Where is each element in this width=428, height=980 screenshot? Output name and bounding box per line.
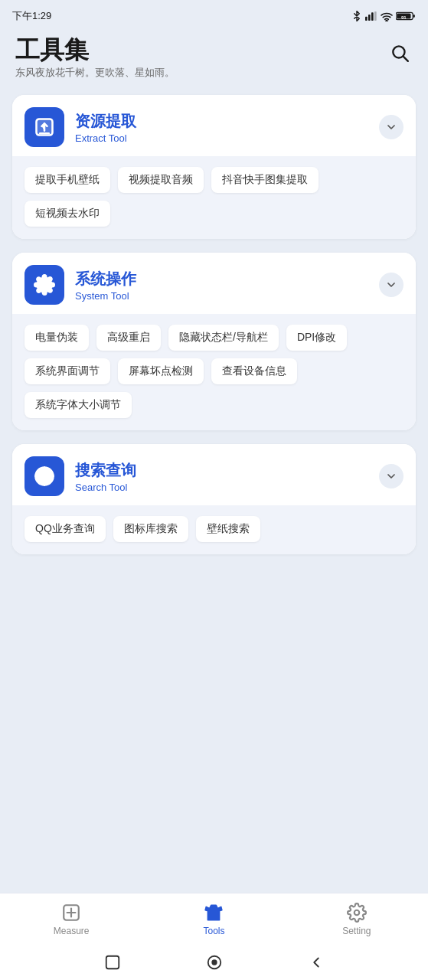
wifi-icon: [381, 11, 393, 21]
globe-icon: [34, 466, 55, 487]
system-title-wrap: 系统操作 System Tool: [75, 269, 379, 302]
chevron-down-icon-2: [385, 279, 397, 291]
bluetooth-icon: [351, 11, 362, 21]
tag-dpi-modify[interactable]: DPI修改: [286, 325, 347, 351]
back-nav-icon: [308, 954, 325, 971]
tag-battery-fake[interactable]: 电量伪装: [25, 325, 89, 351]
card-extract-tool: 资源提取 Extract Tool 提取手机壁纸 视频提取音频 抖音快手图集提取…: [12, 95, 416, 239]
tag-device-info[interactable]: 查看设备信息: [211, 358, 297, 384]
battery-icon: 91: [396, 11, 416, 21]
svg-rect-6: [413, 15, 415, 18]
tag-dead-pixel[interactable]: 屏幕坏点检测: [118, 358, 204, 384]
tag-hide-statusbar[interactable]: 隐藏状态栏/导航栏: [168, 325, 279, 351]
scroll-content: 资源提取 Extract Tool 提取手机壁纸 视频提取音频 抖音快手图集提取…: [0, 89, 428, 893]
square-nav-icon: [104, 954, 121, 971]
card-system-tool: 系统操作 System Tool 电量伪装 高级重启 隐藏状态栏/导航栏 DPI…: [12, 253, 416, 430]
nav-tools-label: Tools: [203, 926, 224, 936]
search-tool-icon-bg: [25, 456, 64, 496]
chevron-down-icon: [385, 121, 397, 133]
page-title: 工具集: [15, 35, 175, 64]
system-chevron[interactable]: [379, 273, 403, 297]
search-button[interactable]: [387, 40, 413, 68]
nav-measure-label: Measure: [54, 926, 90, 936]
system-icon: [34, 274, 55, 296]
search-tool-chevron[interactable]: [379, 464, 403, 488]
svg-point-4: [386, 21, 387, 21]
tag-douyin-extract[interactable]: 抖音快手图集提取: [211, 167, 319, 193]
chevron-down-icon-3: [385, 470, 397, 482]
tag-ui-adjust[interactable]: 系统界面调节: [25, 358, 110, 384]
system-title-cn: 系统操作: [75, 269, 379, 289]
tag-advanced-restart[interactable]: 高级重启: [96, 325, 161, 351]
page-subtitle: 东风夜放花千树。更吹落、星如雨。: [15, 66, 175, 80]
card-system-header: 系统操作 System Tool: [12, 253, 416, 314]
nav-setting[interactable]: Setting: [286, 893, 428, 945]
system-title-en: System Tool: [75, 290, 379, 302]
svg-rect-3: [374, 11, 377, 21]
svg-rect-1: [368, 15, 371, 21]
header: 工具集 东风夜放花千树。更吹落、星如雨。: [0, 29, 428, 89]
search-tool-title-wrap: 搜索查询 Search Tool: [75, 460, 379, 493]
home-nav-icon: [206, 954, 223, 971]
status-bar: 下午1:29 91: [0, 0, 428, 29]
tag-icon-search[interactable]: 图标库搜索: [113, 516, 188, 542]
nav-square-button[interactable]: [104, 954, 121, 971]
card-search-tool: 搜索查询 Search Tool QQ业务查询 图标库搜索 壁纸搜索: [12, 444, 416, 554]
nav-tools[interactable]: Tools: [142, 893, 285, 945]
extract-tags: 提取手机壁纸 视频提取音频 抖音快手图集提取 短视频去水印: [12, 156, 416, 239]
signal-icon: [365, 11, 377, 21]
tools-nav-icon: [204, 903, 224, 923]
bottom-nav: Measure Tools Setting: [0, 893, 428, 945]
setting-nav-icon: [347, 903, 367, 923]
card-extract-header: 资源提取 Extract Tool: [12, 95, 416, 156]
svg-line-10: [403, 57, 408, 61]
header-text-block: 工具集 东风夜放花千树。更吹落、星如雨。: [15, 35, 175, 80]
extract-title-en: Extract Tool: [75, 132, 379, 144]
search-tool-title-en: Search Tool: [75, 482, 379, 493]
status-time: 下午1:29: [12, 9, 51, 23]
nav-measure[interactable]: Measure: [0, 893, 142, 945]
svg-point-22: [212, 960, 217, 965]
tag-font-size[interactable]: 系统字体大小调节: [25, 392, 132, 418]
svg-point-19: [354, 910, 360, 915]
extract-icon-bg: [25, 107, 64, 147]
svg-rect-2: [371, 12, 374, 21]
status-icons: 91: [351, 11, 416, 21]
svg-rect-20: [106, 956, 119, 969]
search-icon: [390, 43, 410, 63]
tag-extract-wallpaper[interactable]: 提取手机壁纸: [25, 167, 110, 193]
svg-text:91: 91: [401, 15, 407, 20]
svg-rect-0: [365, 17, 368, 21]
tag-extract-audio[interactable]: 视频提取音频: [118, 167, 204, 193]
extract-title-wrap: 资源提取 Extract Tool: [75, 111, 379, 144]
nav-setting-label: Setting: [342, 926, 371, 936]
system-tags: 电量伪装 高级重启 隐藏状态栏/导航栏 DPI修改 系统界面调节 屏幕坏点检测 …: [12, 314, 416, 430]
tag-wallpaper-search[interactable]: 壁纸搜索: [196, 516, 260, 542]
search-tool-title-cn: 搜索查询: [75, 460, 379, 481]
nav-back-button[interactable]: [308, 954, 325, 971]
system-nav-bar: [0, 945, 428, 980]
extract-chevron[interactable]: [379, 115, 403, 139]
extract-icon: [34, 116, 55, 138]
tag-remove-watermark[interactable]: 短视频去水印: [25, 201, 110, 227]
measure-nav-icon: [61, 903, 81, 923]
system-icon-bg: [25, 265, 64, 305]
tag-qq-query[interactable]: QQ业务查询: [25, 516, 106, 542]
search-tags: QQ业务查询 图标库搜索 壁纸搜索: [12, 505, 416, 554]
extract-title-cn: 资源提取: [75, 111, 379, 132]
nav-home-button[interactable]: [206, 954, 223, 971]
card-search-header: 搜索查询 Search Tool: [12, 444, 416, 505]
